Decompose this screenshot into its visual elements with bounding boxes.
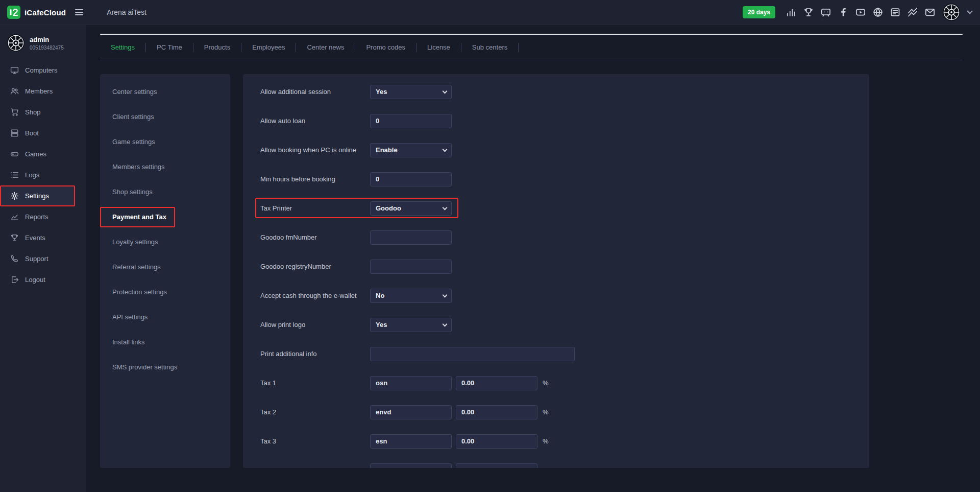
tab-promo-codes[interactable]: Promo codes [355,43,416,51]
tax-2-rate-input[interactable] [456,405,537,419]
sidebar-item-label: Boot [25,129,39,137]
settings-nav-referral-settings[interactable]: Referral settings [100,254,230,279]
field-label: Print additional info [260,350,370,358]
field-label: Allow additional session [260,88,370,96]
gear-icon [10,192,19,200]
form-row: % [243,456,869,468]
settings-nav-client-settings[interactable]: Client settings [100,104,230,129]
tab-employees[interactable]: Employees [241,43,296,51]
field-label: Tax 3 [260,437,370,445]
discord-icon[interactable] [821,7,831,17]
reports-icon [10,213,19,221]
tax-2-name-input[interactable] [370,405,452,419]
settings-nav-label: Members settings [112,163,165,171]
tax-1-rate-input[interactable] [456,376,537,390]
row-14-rate-input[interactable] [456,463,537,468]
tab-center-news[interactable]: Center news [296,43,355,51]
sidebar-item-computers[interactable]: Computers [0,60,86,81]
allow-additional-session-select[interactable]: Yes [370,85,452,99]
tax-3-rate-input[interactable] [456,434,537,449]
allow-auto-loan-input[interactable] [370,114,452,128]
field-label: Tax 2 [260,408,370,416]
form-row: Tax PrinterGoodoo [243,194,869,223]
tab-license[interactable]: License [416,43,461,51]
settings-nav-members-settings[interactable]: Members settings [100,154,230,179]
games-icon [10,150,19,158]
form-row: Tax 3% [243,427,869,456]
sidebar-item-boot[interactable]: Boot [0,123,86,144]
percent-label: % [543,408,549,416]
field-label: Accept cash through the e-wallet [260,292,370,299]
sidebar-item-label: Reports [25,213,48,221]
sidebar-menu: ComputersMembersShopBootGamesLogsSetting… [0,60,86,290]
min-hours-before-booking-input[interactable] [370,172,452,186]
sidebar-item-members[interactable]: Members [0,81,86,102]
chevron-down-icon[interactable] [967,8,972,14]
facebook-icon[interactable] [838,7,848,17]
sidebar-item-label: Shop [25,108,40,116]
settings-nav-label: Install links [112,338,145,346]
tab-sub-centers[interactable]: Sub centers [461,43,518,51]
billing-icon[interactable] [890,7,900,17]
settings-nav-api-settings[interactable]: API settings [100,304,230,330]
accept-cash-through-the-e-wallet-select[interactable]: No [370,289,452,303]
settings-nav-shop-settings[interactable]: Shop settings [100,179,230,204]
youtube-icon[interactable] [855,7,866,17]
settings-nav-payment-and-tax[interactable]: Payment and Tax [100,204,230,229]
tax-3-name-input[interactable] [370,434,452,449]
print-additional-info-input[interactable] [370,347,575,361]
settings-nav-protection-settings[interactable]: Protection settings [100,279,230,304]
sidebar-item-logs[interactable]: Logs [0,165,86,185]
field-label: Goodoo fmNumber [260,233,370,241]
settings-nav-game-settings[interactable]: Game settings [100,129,230,154]
form-row: Allow auto loan [243,106,869,135]
sidebar-item-shop[interactable]: Shop [0,102,86,123]
settings-nav-sms-provider-settings[interactable]: SMS provider settings [100,355,230,380]
settings-nav-install-links[interactable]: Install links [100,330,230,355]
trophy-icon[interactable] [803,7,814,17]
mail-icon[interactable] [925,7,935,17]
tab-products[interactable]: Products [193,43,241,51]
license-days-badge[interactable]: 20 days [743,6,775,18]
logo-text: iCafeCloud [24,8,66,17]
sidebar-item-label: Support [25,255,48,263]
user-avatar[interactable] [943,4,960,21]
allow-booking-when-pc-is-online-select[interactable]: Enable [370,143,452,157]
sidebar-item-reports[interactable]: Reports [0,206,86,227]
app-logo[interactable]: iCafeCloud [7,6,66,19]
row-14-name-input[interactable] [370,463,452,468]
settings-nav-label: Protection settings [112,288,167,296]
center-title: Arena aiTest [107,8,146,16]
sidebar-avatar [7,34,24,52]
goodoo-registrynumber-input[interactable] [370,260,452,274]
tax-printer-select[interactable]: Goodoo [370,201,452,216]
settings-nav-center-settings[interactable]: Center settings [100,79,230,104]
percent-label: % [543,437,549,445]
sidebar-item-settings[interactable]: Settings [0,185,75,206]
main-content: SettingsPC TimeProductsEmployeesCenter n… [86,25,980,492]
select-wrap: No [370,289,452,303]
sidebar-item-support[interactable]: Support [0,248,86,269]
topbar-right: 20 days [743,4,980,21]
settings-nav-label: Center settings [112,88,157,96]
field-label: Allow print logo [260,321,370,329]
tab-settings[interactable]: Settings [100,43,145,51]
layers-icon[interactable] [908,7,918,17]
sidebar-item-events[interactable]: Events [0,227,86,248]
goodoo-fmnumber-input[interactable] [370,230,452,245]
sidebar-toggle-button[interactable] [73,7,85,17]
select-wrap: Yes [370,318,452,332]
stats-icon[interactable] [786,7,796,17]
allow-print-logo-select[interactable]: Yes [370,318,452,332]
tab-pc-time[interactable]: PC Time [146,43,193,51]
settings-nav-loyalty-settings[interactable]: Loyalty settings [100,229,230,254]
sidebar-item-games[interactable]: Games [0,144,86,165]
form-row: Allow booking when PC is onlineEnable [243,135,869,165]
sidebar-item-label: Events [25,234,45,242]
sidebar-user-block: admin 005193482475 [0,25,86,60]
panels: Center settingsClient settingsGame setti… [100,74,963,468]
globe-icon[interactable] [873,7,883,17]
settings-nav-label: Payment and Tax [112,213,166,221]
tax-1-name-input[interactable] [370,376,452,390]
sidebar-item-logout[interactable]: Logout [0,269,86,290]
